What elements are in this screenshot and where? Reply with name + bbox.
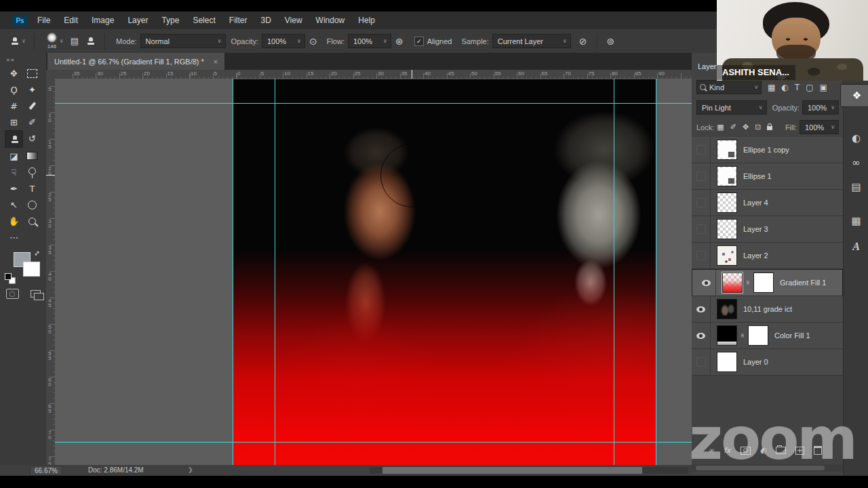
layer-opacity-select[interactable]: 100% ∨: [802, 100, 839, 115]
clone-source-panel-icon[interactable]: [87, 37, 95, 45]
tool-rect-marquee[interactable]: [23, 65, 41, 81]
tool-ellipse-shape[interactable]: [23, 197, 41, 213]
tool-move[interactable]: ✥: [5, 65, 23, 81]
background-color-swatch[interactable]: [23, 262, 40, 277]
filter-smart-objects-icon[interactable]: ▣: [820, 83, 827, 92]
lock-artboard-icon[interactable]: ⊡: [755, 123, 761, 131]
layer-mask-thumbnail[interactable]: [748, 325, 768, 346]
menu-item[interactable]: Edit: [57, 16, 85, 25]
menu-item[interactable]: 3D: [254, 16, 277, 25]
layer-visibility-toggle[interactable]: [692, 323, 711, 348]
add-mask-icon[interactable]: [741, 447, 751, 455]
properties-panel-icon[interactable]: ▤: [845, 176, 867, 198]
layer-row-color-fill-1[interactable]: ∞ Color Fill 1: [692, 323, 843, 349]
zoom-level-field[interactable]: 66.67%: [30, 466, 62, 476]
aligned-checkbox[interactable]: ✓: [414, 37, 424, 46]
tool-crop[interactable]: #: [5, 98, 23, 114]
tool-dodge[interactable]: [23, 164, 41, 180]
fill-select[interactable]: 100% ∨: [800, 120, 839, 134]
new-layer-icon[interactable]: [795, 447, 804, 455]
quick-mask-button[interactable]: [6, 289, 19, 299]
swatches-panel-icon[interactable]: ▦: [845, 210, 867, 232]
flow-select[interactable]: 100% ∨: [348, 34, 391, 48]
lock-position-icon[interactable]: ✥: [743, 123, 749, 131]
menu-item[interactable]: Help: [351, 16, 382, 25]
layer-name[interactable]: Ellipse 1: [743, 172, 772, 180]
filter-kind-select[interactable]: Kind ∨: [696, 80, 762, 94]
layer-row-layer-2[interactable]: ∞ Layer 2: [692, 243, 843, 269]
filter-type-layers-icon[interactable]: T: [795, 83, 800, 92]
layer-row-layer-3[interactable]: ∞ Layer 3: [692, 216, 843, 243]
layer-visibility-toggle[interactable]: [692, 137, 711, 163]
tool-lasso[interactable]: Ϙ: [5, 81, 23, 98]
layer-row-layer-0[interactable]: ∞ Layer 0: [692, 349, 843, 375]
layer-visibility-toggle[interactable]: [692, 243, 711, 268]
pressure-opacity-icon[interactable]: ⊙: [309, 36, 317, 47]
delete-layer-icon[interactable]: [814, 446, 822, 455]
layer-row-grade-ict[interactable]: ∞ 10,11 grade ict: [692, 296, 843, 323]
close-tab-icon[interactable]: ×: [214, 58, 218, 66]
screen-mode-button[interactable]: [31, 290, 41, 298]
layer-visibility-toggle[interactable]: [692, 216, 711, 242]
layer-visibility-toggle[interactable]: [692, 296, 711, 322]
tool-eraser[interactable]: ◪: [5, 148, 23, 164]
adjustments-panel-icon[interactable]: ◐: [845, 127, 867, 149]
menu-item[interactable]: Type: [155, 16, 186, 25]
layer-thumbnail[interactable]: [717, 140, 737, 160]
link-layers-icon[interactable]: ∞: [708, 446, 714, 455]
tool-hand[interactable]: ✋: [5, 213, 23, 229]
ignore-adjustment-layers-icon[interactable]: ⊘: [579, 36, 587, 47]
layer-visibility-toggle[interactable]: [697, 270, 716, 296]
vertical-ruler[interactable]: 51015202530354045505560657075: [46, 79, 56, 465]
clone-stamp-preset-icon[interactable]: [11, 37, 19, 45]
document-image[interactable]: [233, 79, 656, 465]
lock-paint-icon[interactable]: ✐: [730, 123, 736, 131]
tool-gradient[interactable]: [23, 148, 41, 164]
pressure-size-icon[interactable]: ⊚: [607, 36, 615, 47]
menu-item[interactable]: Window: [309, 16, 352, 25]
horizontal-ruler[interactable]: 3530252015105051015202530354045505560657…: [55, 70, 692, 79]
panel-scrollbar-thumb[interactable]: [696, 466, 825, 470]
layer-name[interactable]: Gradient Fill 1: [780, 279, 826, 287]
opacity-select[interactable]: 100% ∨: [262, 34, 305, 48]
swap-colors-icon[interactable]: ↔: [32, 249, 41, 258]
lock-transparency-icon[interactable]: ▦: [717, 123, 724, 131]
tool-smudge[interactable]: ☟: [5, 164, 23, 180]
filter-pixel-layers-icon[interactable]: ▦: [768, 83, 775, 92]
layer-effects-icon[interactable]: fx: [724, 446, 730, 455]
layers-panel-icon[interactable]: ❖: [840, 84, 868, 107]
ruler-corner[interactable]: [46, 70, 56, 79]
brush-preview[interactable]: 146: [47, 33, 57, 49]
adjustment-layer-icon[interactable]: ◐: [760, 446, 767, 455]
menu-item[interactable]: View: [278, 16, 309, 25]
mode-select[interactable]: Normal ∨: [140, 34, 226, 48]
layer-thumbnail[interactable]: [717, 299, 737, 319]
layer-name[interactable]: Layer 4: [743, 199, 768, 207]
layer-thumbnail[interactable]: [717, 192, 737, 213]
layer-visibility-toggle[interactable]: [692, 163, 711, 189]
menu-item[interactable]: File: [31, 16, 57, 25]
layer-thumbnail[interactable]: [717, 352, 737, 372]
tool-eyedropper[interactable]: [23, 98, 41, 114]
brush-settings-panel-icon[interactable]: ▤: [71, 36, 79, 46]
new-group-icon[interactable]: [776, 447, 786, 454]
layer-name[interactable]: Ellipse 1 copy: [743, 146, 789, 154]
layer-row-ellipse-1-copy[interactable]: ∞ Ellipse 1 copy: [692, 137, 843, 163]
tool-zoom[interactable]: [23, 213, 41, 229]
sample-select[interactable]: Current Layer ∨: [492, 34, 571, 48]
menu-item[interactable]: Layer: [121, 16, 155, 25]
layer-name[interactable]: 10,11 grade ict: [743, 305, 792, 313]
layer-visibility-toggle[interactable]: [692, 190, 711, 216]
default-colors-icon[interactable]: [5, 273, 16, 284]
blend-mode-select[interactable]: Pin Light ∨: [696, 100, 767, 115]
panel-scrollbar[interactable]: [692, 464, 843, 472]
collapse-toolbar-icon[interactable]: ««: [0, 53, 46, 64]
libraries-panel-icon[interactable]: ∞: [845, 152, 867, 174]
tool-history-brush[interactable]: ↺: [23, 130, 41, 146]
tool-quick-select[interactable]: ✦: [23, 81, 41, 98]
tool-clone-stamp[interactable]: [5, 130, 23, 148]
menu-item[interactable]: Filter: [222, 16, 254, 25]
horizontal-scrollbar-thumb[interactable]: [382, 467, 642, 474]
layer-name[interactable]: Layer 3: [743, 225, 768, 233]
tool-brush[interactable]: ✐: [23, 114, 41, 130]
